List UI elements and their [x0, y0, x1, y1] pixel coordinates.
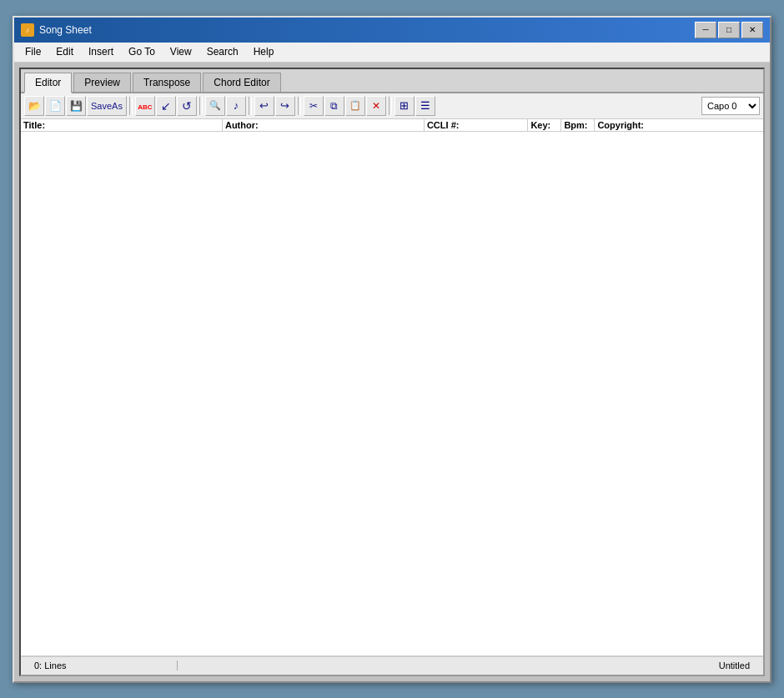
redo-icon — [280, 99, 289, 112]
toolbar-sep-5 — [389, 97, 392, 115]
key-label: Key: — [530, 120, 550, 130]
grid-view-button[interactable] — [395, 96, 415, 116]
chordmap-icon — [234, 99, 239, 112]
key-input[interactable] — [552, 120, 558, 130]
menu-view[interactable]: View — [163, 43, 199, 61]
menu-help[interactable]: Help — [246, 43, 282, 61]
copy-icon — [330, 100, 338, 112]
maximize-button[interactable]: □ — [718, 22, 740, 38]
minimize-button[interactable]: ─ — [695, 22, 716, 38]
window-controls: ─ □ ✕ — [695, 22, 763, 38]
content-area: Editor Preview Transpose Chord Editor Sa… — [14, 63, 770, 681]
save-icon — [70, 100, 83, 112]
metadata-row: Title: Author: CCLI #: Key: Bpm: — [21, 119, 763, 132]
author-label: Author: — [225, 120, 259, 130]
menu-file[interactable]: File — [18, 43, 48, 61]
tab-transpose[interactable]: Transpose — [133, 73, 201, 92]
find-button[interactable] — [205, 96, 225, 116]
spellcheck-button[interactable] — [135, 96, 155, 116]
author-input[interactable] — [260, 120, 421, 130]
status-bar: 0: Lines Untitled — [21, 656, 763, 675]
lines-status: 0: Lines — [28, 660, 178, 670]
app-icon: ♪ — [21, 23, 34, 37]
import-icon — [161, 99, 171, 113]
open-icon — [28, 100, 41, 112]
copyright-label: Copyright: — [597, 120, 644, 130]
filename-status: Untitled — [712, 660, 756, 670]
menu-bar: File Edit Insert Go To View Search Help — [14, 43, 770, 63]
paste-icon — [349, 100, 361, 111]
copyright-input[interactable] — [646, 120, 761, 130]
meta-ccli-field: CCLI #: — [425, 119, 528, 131]
list-view-button[interactable] — [415, 96, 435, 116]
toolbar: SaveAs — [21, 93, 763, 119]
cut-icon — [309, 100, 318, 112]
title-label: Title: — [23, 120, 45, 130]
tab-editor[interactable]: Editor — [24, 73, 72, 93]
delete-icon — [372, 100, 380, 112]
capo-select[interactable]: Capo 0 Capo 1 Capo 2 Capo 3 Capo 4 Capo … — [701, 97, 760, 115]
meta-bpm-field: Bpm: — [561, 119, 595, 131]
editor-textarea[interactable] — [21, 132, 763, 656]
tab-preview[interactable]: Preview — [73, 73, 131, 92]
refresh-button[interactable] — [177, 96, 197, 116]
save-button[interactable] — [66, 96, 86, 116]
title-bar: ♪ Song Sheet ─ □ ✕ — [14, 18, 770, 43]
list-icon — [420, 99, 430, 112]
meta-title-field: Title: — [21, 119, 223, 131]
grid-icon — [400, 99, 409, 112]
paste-button[interactable] — [345, 96, 365, 116]
new-button[interactable] — [45, 96, 65, 116]
undo-icon — [259, 99, 269, 112]
undo-button[interactable] — [254, 96, 274, 116]
saveas-button[interactable]: SaveAs — [87, 96, 127, 116]
bpm-label: Bpm: — [564, 120, 587, 130]
spellcheck-icon — [138, 101, 152, 111]
ccli-input[interactable] — [460, 120, 525, 130]
toolbar-sep-3 — [249, 97, 252, 115]
tab-chord-editor[interactable]: Chord Editor — [203, 73, 280, 92]
new-icon — [49, 100, 62, 112]
cut-button[interactable] — [304, 96, 324, 116]
window-title: Song Sheet — [39, 24, 695, 36]
meta-copyright-field: Copyright: — [595, 119, 763, 131]
open-button[interactable] — [24, 96, 44, 116]
editor-window: Editor Preview Transpose Chord Editor Sa… — [19, 68, 765, 676]
toolbar-sep-2 — [199, 97, 203, 115]
ccli-label: CCLI #: — [427, 120, 460, 130]
redo-button[interactable] — [275, 96, 295, 116]
copy-button[interactable] — [324, 96, 344, 116]
menu-search[interactable]: Search — [199, 43, 246, 61]
menu-goto[interactable]: Go To — [121, 43, 163, 61]
tabs-row: Editor Preview Transpose Chord Editor — [21, 69, 763, 93]
toolbar-sep-1 — [129, 97, 133, 115]
close-button[interactable]: ✕ — [741, 22, 763, 38]
menu-edit[interactable]: Edit — [48, 43, 81, 61]
title-input[interactable] — [47, 120, 219, 130]
bpm-input[interactable] — [590, 120, 592, 130]
toolbar-sep-4 — [298, 97, 301, 115]
delete-button[interactable] — [366, 96, 386, 116]
menu-insert[interactable]: Insert — [81, 43, 121, 61]
main-window: ♪ Song Sheet ─ □ ✕ File Edit Insert Go T… — [13, 16, 771, 683]
import-button[interactable] — [156, 96, 176, 116]
meta-key-field: Key: — [528, 119, 561, 131]
binoculars-icon — [209, 100, 221, 111]
refresh-icon — [182, 99, 192, 113]
meta-author-field: Author: — [223, 119, 425, 131]
chordmap-button[interactable] — [226, 96, 246, 116]
